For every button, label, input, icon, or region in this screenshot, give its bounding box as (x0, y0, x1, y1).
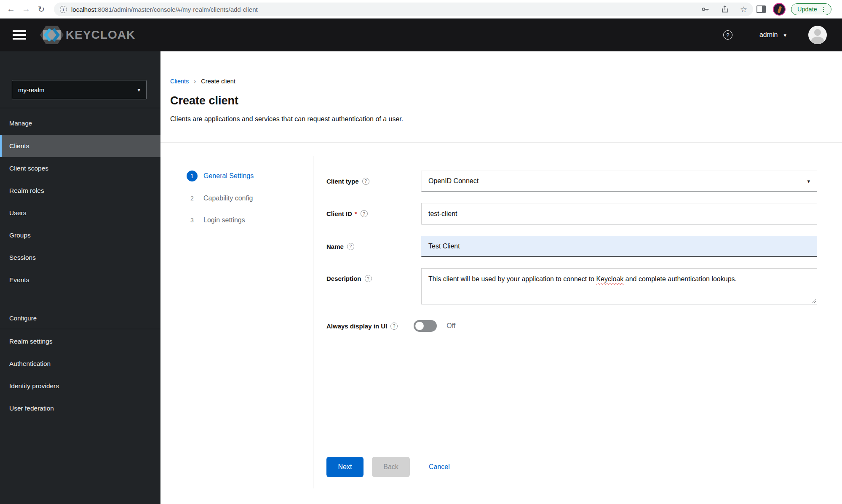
user-avatar[interactable] (808, 26, 827, 44)
always-display-row: Always display in UI ? Off (326, 320, 455, 332)
description-textarea[interactable]: This client will be used by your applica… (421, 268, 817, 304)
always-display-label: Always display in UI (326, 323, 387, 330)
nav-toggle-icon[interactable] (13, 28, 26, 42)
sidebar-item-sessions[interactable]: Sessions (0, 246, 160, 269)
browser-reload-icon[interactable]: ↻ (34, 4, 49, 14)
description-label: Description (326, 275, 361, 282)
sidebar-item-client-scopes[interactable]: Client scopes (0, 157, 160, 179)
keycloak-logo-icon (40, 24, 64, 45)
address-bar[interactable]: i localhost:8081/admin/master/console/#/… (54, 3, 753, 16)
header-divider (160, 142, 842, 143)
client-id-label-group: Client ID * ? (326, 203, 421, 224)
select-caret-icon: ▾ (807, 178, 810, 184)
brand-text: KEYCLOAK (66, 28, 135, 42)
browser-profile-avatar[interactable] (773, 3, 786, 16)
realm-name: my-realm (18, 86, 137, 93)
name-row: Name ? (326, 236, 817, 257)
client-type-label: Client type (326, 178, 359, 185)
manage-nav-list: Clients Client scopes Realm roles Users … (0, 135, 160, 291)
description-row: Description ? This client will be used b… (326, 268, 817, 304)
sidebar-item-realm-roles[interactable]: Realm roles (0, 179, 160, 202)
description-text-after: and complete authentication lookups. (623, 275, 737, 283)
client-id-input[interactable] (421, 203, 817, 224)
sidebar-item-clients[interactable]: Clients (0, 135, 160, 157)
page-subtitle: Clients are applications and services th… (170, 115, 403, 123)
next-button[interactable]: Next (326, 457, 364, 477)
name-help-icon[interactable]: ? (347, 243, 354, 250)
breadcrumb-clients-link[interactable]: Clients (170, 78, 189, 85)
wizard-step-general-settings[interactable]: 1 General Settings (187, 171, 254, 181)
user-menu-caret-icon: ▾ (783, 32, 786, 38)
sidebar: my-realm ▾ Manage Clients Client scopes … (0, 51, 160, 504)
sidebar-item-authentication[interactable]: Authentication (0, 352, 160, 375)
browser-menu-icon[interactable]: ⋮ (821, 5, 827, 13)
toggle-state-label: Off (446, 322, 455, 330)
step-label: Capability config (203, 195, 253, 202)
back-button[interactable]: Back (372, 457, 410, 477)
url-text[interactable]: localhost:8081/admin/master/console/#/my… (71, 6, 258, 13)
description-text-misspelled: Keycloak (596, 275, 623, 283)
name-label: Name (326, 243, 344, 250)
description-help-icon[interactable]: ? (365, 275, 372, 282)
step-number: 2 (187, 193, 198, 204)
side-panel-icon[interactable] (756, 5, 766, 13)
masthead-right: ? admin ▾ (723, 26, 842, 44)
browser-toolbar: ← → ↻ i localhost:8081/admin/master/cons… (0, 0, 842, 19)
keycloak-logo: KEYCLOAK (40, 24, 135, 45)
required-marker: * (355, 210, 357, 217)
textarea-resize-handle[interactable] (811, 299, 816, 303)
url-host: localhost (71, 6, 96, 13)
always-display-toggle[interactable] (414, 320, 437, 332)
realm-selector[interactable]: my-realm ▾ (12, 80, 147, 99)
url-path: :8081/admin/master/console/#/my-realm/cl… (96, 6, 258, 13)
step-label: General Settings (203, 172, 254, 180)
sidebar-item-events[interactable]: Events (0, 269, 160, 291)
name-input[interactable] (421, 236, 817, 257)
configure-nav-list: Realm settings Authentication Identity p… (0, 330, 160, 419)
main-content: Clients › Create client Create client Cl… (160, 51, 842, 504)
bookmark-star-icon[interactable]: ☆ (740, 5, 747, 14)
client-type-row: Client type ? OpenID Connect ▾ (326, 171, 817, 192)
wizard-step-capability-config[interactable]: 2 Capability config (187, 193, 253, 204)
wizard-actions: Next Back Cancel (326, 457, 450, 477)
client-id-row: Client ID * ? (326, 203, 817, 224)
browser-forward-icon[interactable]: → (19, 4, 34, 14)
masthead: KEYCLOAK ? admin ▾ (0, 19, 842, 51)
wizard-step-login-settings[interactable]: 3 Login settings (187, 215, 245, 226)
user-menu[interactable]: admin ▾ (759, 31, 786, 39)
description-text: This client will be used by your applica… (428, 275, 596, 283)
breadcrumb-chevron-icon: › (194, 77, 196, 85)
share-icon[interactable] (721, 5, 729, 13)
client-type-select[interactable]: OpenID Connect ▾ (421, 171, 817, 192)
sidebar-item-users[interactable]: Users (0, 202, 160, 224)
client-type-help-icon[interactable]: ? (362, 178, 369, 185)
username: admin (759, 31, 778, 39)
breadcrumb: Clients › Create client (170, 77, 235, 85)
sidebar-item-user-federation[interactable]: User federation (0, 397, 160, 419)
browser-back-icon[interactable]: ← (3, 4, 19, 14)
name-label-group: Name ? (326, 236, 421, 257)
sidebar-item-realm-settings[interactable]: Realm settings (0, 330, 160, 352)
sidebar-item-groups[interactable]: Groups (0, 224, 160, 246)
breadcrumb-current: Create client (201, 78, 235, 85)
client-id-help-icon[interactable]: ? (361, 210, 368, 217)
step-number: 3 (187, 215, 198, 226)
sidebar-item-identity-providers[interactable]: Identity providers (0, 375, 160, 397)
always-display-help-icon[interactable]: ? (390, 323, 398, 330)
step-label: Login settings (203, 216, 245, 224)
site-info-icon[interactable]: i (60, 6, 67, 13)
always-display-label-group: Always display in UI ? (326, 323, 398, 330)
client-type-label-group: Client type ? (326, 171, 421, 192)
screen: ← → ↻ i localhost:8081/admin/master/cons… (0, 0, 842, 504)
help-icon[interactable]: ? (723, 30, 732, 40)
password-key-icon[interactable] (700, 5, 710, 14)
update-label: Update (797, 6, 817, 13)
nav-heading-manage: Manage (9, 120, 32, 127)
nav-heading-configure: Configure (9, 315, 37, 322)
client-id-label: Client ID (326, 210, 352, 217)
cancel-button[interactable]: Cancel (429, 457, 450, 477)
browser-update-button[interactable]: Update ⋮ (791, 3, 831, 15)
description-label-group: Description ? (326, 268, 421, 304)
wizard-panel-divider (313, 156, 313, 488)
toggle-knob (415, 322, 424, 330)
